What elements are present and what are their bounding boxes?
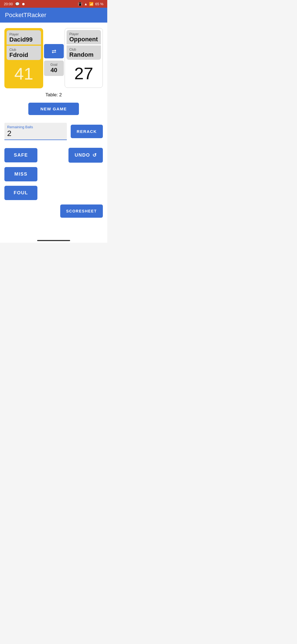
player-card-right: Player Opponent Club Random 27 [65, 28, 103, 88]
signal-icon: 📶 [89, 2, 94, 6]
main-content: Player Dacid99 Club Fdroid 41 ⇄ Goal 40 … [0, 23, 107, 237]
scoresheet-button[interactable]: SCORESHEET [60, 204, 103, 218]
foul-button[interactable]: FOUL [4, 186, 37, 200]
center-controls: ⇄ Goal 40 [43, 28, 65, 76]
club-left-info: Club Fdroid [7, 46, 41, 60]
goal-label: Goal [46, 63, 62, 67]
goal-box: Goal 40 [44, 61, 64, 76]
status-left: 20:00 💬 ⏺ [4, 2, 25, 6]
rerack-button[interactable]: RERACK [71, 125, 103, 138]
player-left-info: Player Dacid99 [7, 30, 41, 45]
status-bar: 20:00 💬 ⏺ 📳 ▲ 📶 65 % [0, 0, 107, 8]
home-indicator [0, 237, 107, 243]
goal-value: 40 [46, 67, 62, 74]
remaining-row: Remaining Balls 2 RERACK [4, 123, 103, 140]
scoreboard: Player Dacid99 Club Fdroid 41 ⇄ Goal 40 … [4, 28, 103, 88]
vibrate-icon: 📳 [78, 2, 82, 6]
actions-section: SAFE UNDO ↺ MISS FOUL [4, 148, 103, 200]
club-right-info: Club Random [67, 45, 101, 60]
whatsapp-icon: 💬 [15, 2, 20, 6]
new-game-button[interactable]: NEW GAME [28, 103, 79, 115]
player-card-left: Player Dacid99 Club Fdroid 41 [4, 28, 43, 88]
battery: 65 % [95, 2, 103, 6]
player-right-name: Opponent [69, 36, 98, 43]
player-right-label: Player [69, 32, 98, 36]
bottom-area: SCORESHEET [4, 204, 103, 218]
score-right: 27 [65, 60, 103, 88]
status-right: 📳 ▲ 📶 65 % [78, 2, 103, 6]
remaining-label: Remaining Balls [4, 125, 67, 129]
score-left: 41 [5, 60, 43, 88]
table-label: Table: 2 [4, 92, 103, 98]
wifi-icon: ▲ [84, 2, 87, 6]
record-icon: ⏺ [22, 2, 25, 6]
club-left-name: Fdroid [9, 52, 38, 58]
club-right-label: Club [69, 48, 98, 51]
time: 20:00 [4, 2, 13, 6]
player-left-name: Dacid99 [9, 36, 38, 43]
swap-button[interactable]: ⇄ [44, 44, 64, 58]
undo-label: UNDO [75, 152, 90, 158]
remaining-balls-input[interactable]: Remaining Balls 2 [4, 123, 67, 140]
safe-button[interactable]: SAFE [4, 148, 37, 162]
club-right-name: Random [69, 51, 98, 58]
undo-button[interactable]: UNDO ↺ [68, 148, 103, 163]
player-right-info: Player Opponent [67, 30, 101, 44]
player-left-label: Player [9, 32, 38, 36]
app-bar: PocketTRacker [0, 8, 107, 23]
remaining-value: 2 [4, 129, 67, 138]
swap-icon: ⇄ [52, 48, 56, 54]
undo-icon: ↺ [92, 152, 97, 158]
home-bar [37, 240, 70, 241]
app-title: PocketTRacker [5, 12, 46, 18]
miss-button[interactable]: MISS [4, 167, 37, 181]
club-left-label: Club [9, 48, 38, 52]
